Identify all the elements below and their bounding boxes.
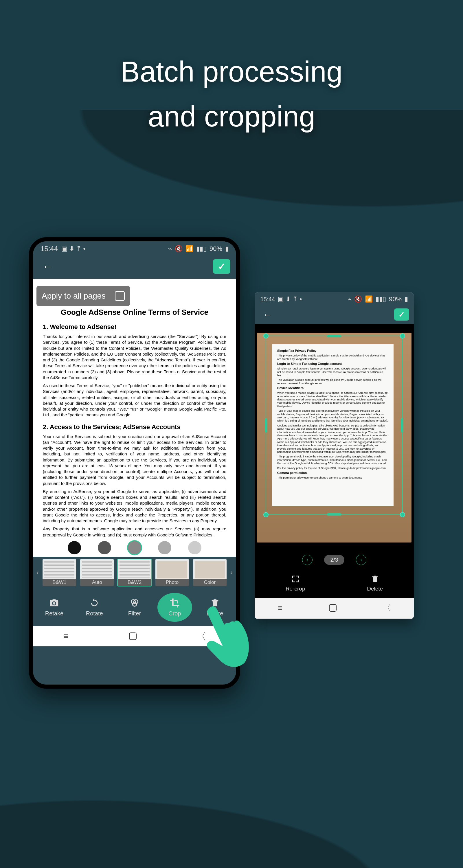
crop-handle[interactable] bbox=[327, 513, 341, 516]
filter-thumb[interactable]: Color bbox=[192, 559, 227, 587]
crop-handle[interactable] bbox=[400, 333, 405, 339]
crop-handle[interactable] bbox=[263, 512, 269, 517]
confirm-button[interactable]: ✓ bbox=[394, 308, 409, 320]
intensity-dot[interactable] bbox=[68, 541, 81, 554]
crop-handle[interactable] bbox=[401, 418, 403, 433]
recents-icon[interactable]: ≡ bbox=[63, 631, 69, 641]
status-bar: 15:44 ▣ ⬇ ⤒ • ⌁🔇📶▮▮▯ 90%▮ bbox=[33, 241, 236, 256]
expand-icon bbox=[291, 575, 300, 583]
status-right-icons: ⌁🔇📶▮▮▯ 90%▮ bbox=[168, 245, 228, 253]
device-crop-screen: 15:44 ▣ ⬇ ⤒ • ⌁🔇📶▮▮▯ 90%▮ ← ✓ Simple Fax… bbox=[255, 292, 414, 619]
back-icon[interactable]: 〈 bbox=[197, 630, 206, 642]
status-right-icons: ⌁🔇📶▮▮▯ 90%▮ bbox=[347, 296, 408, 303]
recents-icon[interactable]: ≡ bbox=[278, 603, 282, 613]
home-icon[interactable] bbox=[129, 632, 136, 640]
app-bar: ← ✓ bbox=[255, 306, 414, 324]
page-indicator: 2/3 bbox=[324, 555, 344, 565]
filter-thumb-active[interactable]: B&W2 bbox=[117, 559, 152, 587]
app-bar: ← ✓ bbox=[33, 256, 236, 279]
rotate-button[interactable]: Rotate bbox=[77, 593, 112, 622]
next-page-button[interactable]: › bbox=[356, 555, 366, 565]
crop-handle[interactable] bbox=[263, 333, 269, 339]
status-time: 15:44 bbox=[260, 296, 275, 303]
crop-handle[interactable] bbox=[265, 418, 267, 433]
checkbox-icon[interactable] bbox=[115, 291, 125, 301]
prev-page-button[interactable]: ‹ bbox=[302, 555, 312, 565]
delete-button[interactable]: Delete bbox=[367, 575, 383, 592]
filter-button[interactable]: Filter bbox=[117, 593, 152, 622]
back-button[interactable]: ← bbox=[259, 307, 276, 322]
scroll-left-icon[interactable]: ‹ bbox=[36, 569, 39, 576]
document-preview: Apply to all pages Google AdSense Online… bbox=[33, 279, 236, 557]
promo-heading: Batch processing and cropping bbox=[0, 49, 463, 139]
confirm-button[interactable]: ✓ bbox=[213, 259, 230, 274]
trash-icon bbox=[371, 575, 379, 583]
back-icon[interactable]: 〈 bbox=[383, 603, 391, 613]
status-time: 15:44 bbox=[40, 245, 58, 253]
apply-all-label: Apply to all pages bbox=[42, 291, 105, 301]
crop-preview[interactable]: Simple Fax Privacy Policy This privacy p… bbox=[255, 324, 414, 551]
android-navbar: ≡ 〈 bbox=[255, 598, 414, 618]
page-pager: ‹ 2/3 › bbox=[255, 551, 414, 568]
retake-button[interactable]: Retake bbox=[37, 593, 71, 622]
apply-all-toggle[interactable]: Apply to all pages bbox=[36, 286, 130, 306]
status-left-icons: ▣ ⬇ ⤒ • bbox=[61, 245, 85, 253]
filter-thumbnails: ‹ B&W1 Auto B&W2 Photo Color › bbox=[33, 557, 236, 589]
crop-handle[interactable] bbox=[327, 335, 341, 337]
rotate-icon bbox=[89, 598, 99, 608]
intensity-dot[interactable] bbox=[158, 541, 171, 554]
crop-icon bbox=[170, 598, 180, 608]
intensity-dots[interactable] bbox=[33, 541, 236, 554]
device-filter-screen: 15:44 ▣ ⬇ ⤒ • ⌁🔇📶▮▮▯ 90%▮ ← ✓ Apply to a… bbox=[29, 237, 240, 689]
document-text: Google AdSense Online Terms of Service 1… bbox=[33, 279, 236, 538]
crop-handle[interactable] bbox=[400, 512, 405, 517]
camera-icon bbox=[49, 598, 59, 608]
bottom-toolbar: Retake Rotate Filter Crop Delete bbox=[33, 589, 236, 626]
filter-icon bbox=[130, 598, 140, 608]
scroll-right-icon[interactable]: › bbox=[230, 569, 233, 576]
status-bar: 15:44 ▣ ⬇ ⤒ • ⌁🔇📶▮▮▯ 90%▮ bbox=[255, 292, 414, 306]
recrop-button[interactable]: Re-crop bbox=[286, 575, 305, 592]
svg-point-2 bbox=[132, 602, 136, 606]
delete-button[interactable]: Delete bbox=[198, 593, 233, 622]
filter-thumb[interactable]: B&W1 bbox=[42, 559, 77, 587]
crop-toolbar: Re-crop Delete bbox=[255, 568, 414, 598]
intensity-dot[interactable] bbox=[188, 541, 202, 554]
android-navbar: ≡ 〈 bbox=[33, 626, 236, 646]
crop-frame[interactable] bbox=[266, 336, 403, 515]
crop-button[interactable]: Crop bbox=[157, 593, 192, 622]
filter-thumb[interactable]: Photo bbox=[155, 559, 189, 587]
filter-thumb[interactable]: Auto bbox=[80, 559, 114, 587]
intensity-dot-active[interactable] bbox=[128, 541, 141, 554]
intensity-dot[interactable] bbox=[98, 541, 111, 554]
home-icon[interactable] bbox=[329, 604, 337, 612]
trash-icon bbox=[210, 598, 220, 608]
back-button[interactable]: ← bbox=[39, 258, 57, 275]
